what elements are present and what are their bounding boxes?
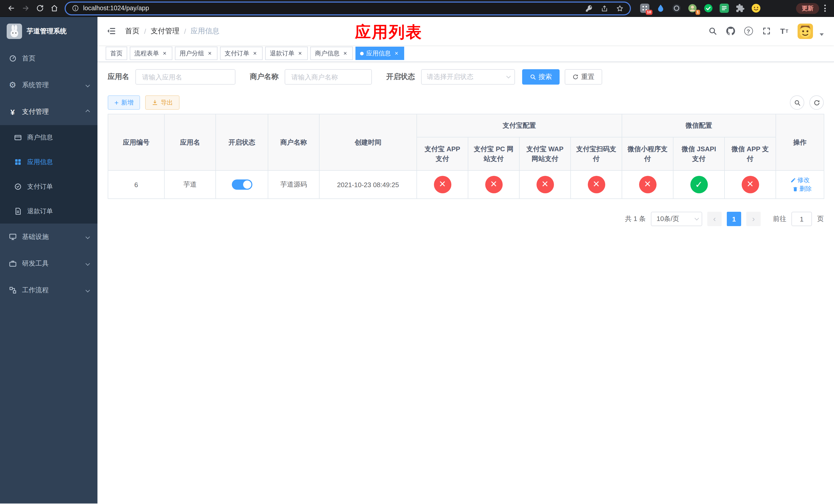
user-menu-caret-icon[interactable]: [820, 33, 824, 36]
tag-app-info[interactable]: 应用信息: [355, 47, 404, 60]
status-toggle[interactable]: [232, 180, 252, 190]
cell-alipay-qr: [571, 170, 622, 199]
sidebar-item-refund-orders[interactable]: 退款订单: [0, 199, 97, 224]
col-header-alipay-pc: 支付宝 PC 网站支付: [468, 137, 519, 170]
breadcrumb: 首页 支付管理 应用信息: [125, 26, 220, 36]
grid-extension-icon[interactable]: 10: [640, 4, 649, 13]
font-size-icon[interactable]: [777, 24, 791, 38]
merchant-name-input[interactable]: [285, 69, 372, 85]
edit-link[interactable]: 修改: [790, 176, 810, 185]
browser-back-icon[interactable]: [4, 1, 19, 15]
tag-home[interactable]: 首页: [106, 47, 127, 60]
close-icon[interactable]: [393, 50, 399, 56]
close-icon[interactable]: [297, 50, 303, 56]
user-avatar[interactable]: [797, 23, 813, 39]
password-key-icon[interactable]: [585, 4, 593, 12]
page-1-button[interactable]: 1: [727, 212, 741, 226]
col-header-merchant: 商户名称: [268, 114, 319, 170]
tag-user-group[interactable]: 用户分组: [175, 47, 218, 60]
chevron-down-icon: [86, 83, 90, 87]
close-icon[interactable]: [161, 50, 168, 56]
sidebar-item-app-info[interactable]: 应用信息: [0, 150, 97, 174]
status-select[interactable]: 请选择开启状态: [421, 69, 515, 85]
refresh-icon: [813, 99, 820, 106]
extensions-puzzle-icon[interactable]: [736, 4, 745, 13]
sidebar-item-payment[interactable]: 支付管理: [0, 98, 97, 125]
sidebar-item-label: 首页: [22, 54, 36, 63]
sidebar-item-merchant-info[interactable]: 商户信息: [0, 125, 97, 150]
prev-page-button[interactable]: [707, 212, 722, 226]
browser-home-icon[interactable]: [47, 1, 62, 15]
logo-avatar: [7, 23, 22, 39]
status-check-icon: [690, 176, 707, 193]
chat-extension-icon[interactable]: [720, 4, 729, 13]
app-title: 芋道管理系统: [27, 26, 67, 36]
browser-menu-icon[interactable]: [824, 5, 826, 12]
help-icon[interactable]: [742, 24, 755, 38]
sidebar-toggle-icon[interactable]: [105, 24, 118, 38]
sidebar-item-label: 工作流程: [22, 285, 49, 295]
close-icon[interactable]: [207, 50, 213, 56]
grid-icon: [13, 158, 22, 166]
site-info-icon[interactable]: [72, 5, 79, 12]
status-cross-icon: [536, 176, 554, 193]
page-annotation: 应用列表: [355, 22, 423, 43]
reset-button[interactable]: 重置: [565, 69, 602, 85]
credit-card-icon: [13, 133, 22, 142]
tag-process-form[interactable]: 流程表单: [130, 47, 172, 60]
search-button[interactable]: 搜索: [522, 69, 559, 85]
export-button[interactable]: 导出: [145, 95, 179, 110]
page-size-select[interactable]: 10条/页: [651, 212, 702, 226]
water-drop-extension-icon[interactable]: [656, 4, 665, 13]
tag-refund-orders[interactable]: 退款订单: [265, 47, 308, 60]
search-icon[interactable]: [706, 24, 719, 38]
emoji-profile-icon[interactable]: [751, 4, 761, 13]
tag-merchant-info[interactable]: 商户信息: [310, 47, 353, 60]
github-icon[interactable]: [724, 24, 737, 38]
breadcrumb-payment[interactable]: 支付管理: [151, 26, 179, 36]
app-logo[interactable]: 芋道管理系统: [0, 17, 97, 45]
trash-icon: [792, 186, 798, 192]
green-check-extension-icon[interactable]: [704, 4, 713, 13]
status-cross-icon: [485, 176, 502, 193]
share-icon[interactable]: [601, 4, 608, 12]
edit-pencil-icon: [790, 177, 796, 183]
sidebar-item-dev-tools[interactable]: 研发工具: [0, 250, 97, 277]
sidebar-menu: 首页 系统管理 支付管理 商户信息: [0, 45, 97, 303]
sidebar-item-home[interactable]: 首页: [0, 45, 97, 72]
add-button[interactable]: 新增: [108, 95, 140, 110]
url-text[interactable]: localhost:1024/pay/app: [83, 5, 149, 12]
app-name-input[interactable]: [135, 69, 236, 85]
next-page-button[interactable]: [746, 212, 761, 226]
sidebar-item-pay-orders[interactable]: 支付订单: [0, 174, 97, 199]
top-navbar: 首页 支付管理 应用信息 应用列表: [97, 17, 834, 45]
cell-alipay-pc: [468, 170, 519, 199]
page-jump-input[interactable]: [791, 212, 812, 226]
chevron-down-icon: [86, 261, 90, 266]
toggle-search-button[interactable]: [790, 95, 804, 110]
extension-badge: 1: [696, 9, 700, 15]
browser-reload-icon[interactable]: [33, 1, 47, 15]
url-bar[interactable]: localhost:1024/pay/app: [65, 1, 631, 15]
sidebar-item-system[interactable]: 系统管理: [0, 72, 97, 98]
page-unit-label: 页: [817, 214, 824, 224]
profile-extension-icon[interactable]: 1: [688, 4, 697, 13]
browser-forward-icon[interactable]: [19, 1, 33, 15]
sidebar-item-label: 退款订单: [27, 207, 53, 215]
sidebar-item-label: 研发工具: [22, 259, 49, 268]
browser-update-button[interactable]: 更新: [796, 3, 819, 14]
fullscreen-icon[interactable]: [760, 24, 773, 38]
breadcrumb-home[interactable]: 首页: [125, 26, 139, 36]
sidebar-item-label: 系统管理: [22, 81, 49, 90]
tag-pay-orders[interactable]: 支付订单: [220, 47, 263, 60]
sidebar-item-workflow[interactable]: 工作流程: [0, 277, 97, 303]
cell-actions: 修改 删除: [776, 170, 824, 199]
record-extension-icon[interactable]: [672, 4, 681, 13]
sidebar: 芋道管理系统 首页 系统管理 支付管理: [0, 17, 97, 503]
sidebar-item-infrastructure[interactable]: 基础设施: [0, 224, 97, 250]
refresh-table-button[interactable]: [809, 95, 824, 110]
delete-link[interactable]: 删除: [792, 185, 812, 193]
close-icon[interactable]: [252, 50, 258, 56]
bookmark-star-icon[interactable]: [616, 4, 624, 12]
close-icon[interactable]: [342, 50, 348, 56]
